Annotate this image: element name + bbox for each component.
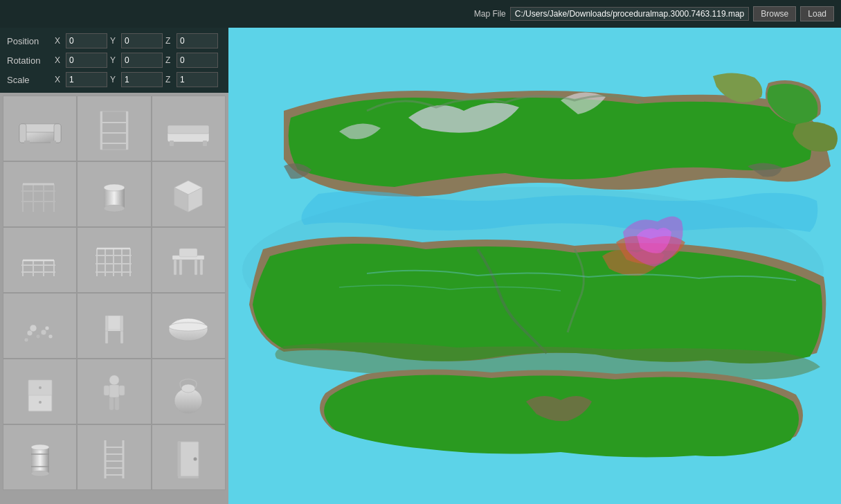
svg-point-78 [181, 384, 195, 393]
object-oval[interactable] [152, 293, 226, 359]
position-z-label: Z [165, 36, 174, 46]
svg-rect-11 [100, 143, 128, 144]
svg-point-56 [24, 338, 28, 342]
object-table[interactable] [152, 227, 226, 293]
svg-point-71 [109, 375, 119, 385]
rotation-x-input[interactable] [66, 53, 107, 68]
scale-label: Scale [7, 75, 52, 85]
object-grid-container [0, 93, 228, 504]
svg-rect-2 [19, 124, 26, 143]
object-cylinder[interactable] [77, 161, 151, 227]
object-debris[interactable] [3, 293, 77, 359]
rotation-y-input[interactable] [121, 53, 163, 68]
svg-rect-63 [105, 316, 108, 331]
svg-rect-61 [120, 331, 123, 343]
svg-rect-4 [24, 141, 30, 145]
scale-x-input[interactable] [66, 72, 107, 87]
object-rack[interactable] [3, 161, 77, 227]
object-figure[interactable] [77, 359, 151, 424]
object-fence-low[interactable] [3, 227, 77, 293]
svg-point-53 [36, 334, 40, 339]
top-bar: Map File C:/Users/Jake/Downloads/procedu… [0, 0, 841, 28]
svg-point-58 [45, 326, 49, 330]
svg-point-55 [41, 330, 46, 335]
svg-rect-48 [200, 260, 203, 275]
object-bookshelf[interactable] [77, 96, 151, 161]
map-file-label: Map File [474, 9, 506, 19]
svg-rect-9 [100, 122, 128, 123]
left-panel: Position X Y Z Rotation X Y Z Scale [0, 28, 228, 504]
svg-rect-72 [109, 385, 119, 397]
svg-rect-49 [179, 260, 182, 275]
svg-point-69 [39, 386, 42, 389]
svg-rect-47 [174, 260, 177, 275]
svg-rect-50 [195, 260, 197, 275]
svg-rect-3 [54, 124, 61, 143]
scale-y-label: Y [110, 75, 118, 84]
svg-rect-64 [120, 316, 123, 331]
svg-rect-74 [119, 386, 125, 395]
position-z-input[interactable] [177, 33, 218, 48]
svg-point-70 [39, 401, 42, 404]
svg-rect-62 [107, 316, 122, 330]
rotation-x-label: X [55, 55, 63, 65]
svg-rect-13 [168, 125, 209, 134]
rotation-z-input[interactable] [177, 53, 218, 68]
svg-rect-73 [104, 386, 109, 395]
scale-z-input[interactable] [177, 72, 218, 87]
svg-rect-51 [179, 249, 197, 257]
object-box[interactable] [152, 161, 226, 227]
object-sofa[interactable] [3, 96, 77, 161]
terrain-map [228, 28, 841, 504]
main-area: Position X Y Z Rotation X Y Z Scale [0, 28, 841, 504]
object-bag[interactable] [152, 359, 226, 424]
svg-rect-76 [115, 397, 119, 410]
svg-rect-5 [51, 141, 56, 145]
svg-point-80 [31, 444, 49, 450]
svg-rect-75 [109, 397, 114, 410]
svg-rect-60 [105, 331, 108, 343]
svg-rect-15 [203, 141, 207, 146]
position-row: Position X Y Z [7, 33, 221, 48]
position-x-label: X [55, 36, 63, 46]
rotation-z-label: Z [165, 55, 174, 65]
svg-point-57 [48, 334, 53, 339]
transform-controls: Position X Y Z Rotation X Y Z Scale [0, 28, 228, 93]
svg-rect-79 [31, 447, 49, 474]
object-ladder[interactable] [77, 424, 151, 490]
object-fence-med[interactable] [77, 227, 151, 293]
object-chair[interactable] [77, 293, 151, 359]
svg-point-66 [169, 323, 208, 331]
object-couch[interactable] [152, 96, 226, 161]
svg-rect-92 [178, 442, 181, 476]
rotation-y-label: Y [110, 55, 118, 65]
rotation-label: Rotation [7, 55, 52, 66]
svg-rect-10 [100, 132, 128, 134]
svg-rect-14 [170, 141, 174, 146]
map-file-path: C:/Users/Jake/Downloads/proceduralmap.30… [510, 7, 750, 21]
object-cabinet[interactable] [3, 359, 77, 424]
svg-point-25 [104, 205, 125, 212]
scale-y-input[interactable] [121, 72, 163, 87]
svg-point-93 [194, 457, 197, 460]
scale-x-label: X [55, 75, 63, 84]
scale-z-label: Z [165, 75, 174, 84]
svg-point-54 [30, 325, 37, 332]
svg-point-81 [31, 471, 49, 476]
svg-rect-94 [178, 476, 199, 478]
svg-point-24 [104, 184, 125, 191]
object-door[interactable] [152, 424, 226, 490]
viewport[interactable] [228, 28, 841, 504]
scale-row: Scale X Y Z [7, 72, 221, 87]
position-label: Position [7, 36, 52, 46]
object-grid [0, 93, 228, 493]
position-y-input[interactable] [121, 33, 163, 48]
object-barrel[interactable] [3, 424, 77, 490]
load-button[interactable]: Load [800, 6, 834, 21]
rotation-row: Rotation X Y Z [7, 53, 221, 68]
browse-button[interactable]: Browse [753, 6, 796, 21]
position-y-label: Y [110, 36, 118, 46]
position-x-input[interactable] [66, 33, 107, 48]
